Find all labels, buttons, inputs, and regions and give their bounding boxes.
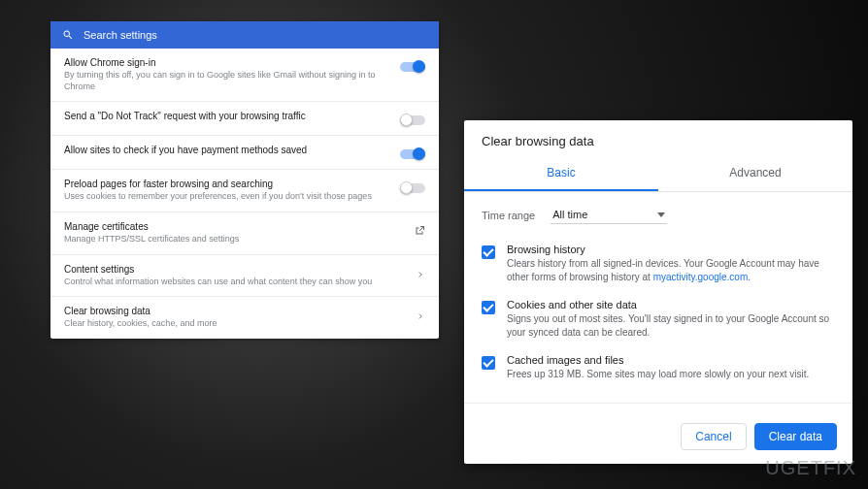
- clear-browsing-data-dialog: Clear browsing data Basic Advanced Time …: [464, 120, 852, 464]
- option-desc: Signs you out of most sites. You'll stay…: [507, 312, 835, 339]
- setting-payment-methods[interactable]: Allow sites to check if you have payment…: [50, 136, 439, 170]
- watermark: UGETFIX: [765, 457, 856, 479]
- search-bar[interactable]: Search settings: [50, 21, 439, 49]
- chevron-down-icon: [657, 212, 665, 217]
- setting-preload-pages[interactable]: Preload pages for faster browsing and se…: [50, 170, 439, 212]
- option-title: Cached images and files: [507, 354, 809, 366]
- setting-title: Send a "Do Not Track" request with your …: [64, 111, 306, 121]
- chevron-right-icon: [416, 311, 425, 321]
- setting-title: Manage certificates: [64, 221, 239, 232]
- toggle-switch[interactable]: [400, 114, 425, 126]
- time-range-row: Time range All time: [464, 192, 852, 232]
- setting-content-settings[interactable]: Content settings Control what informatio…: [50, 255, 439, 298]
- setting-title: Clear browsing data: [64, 306, 217, 316]
- dialog-tabs: Basic Advanced: [464, 156, 852, 192]
- setting-desc: Uses cookies to remember your preference…: [64, 191, 372, 203]
- option-title: Cookies and other site data: [507, 299, 835, 310]
- setting-title: Allow Chrome sign-in: [64, 57, 388, 68]
- cancel-button[interactable]: Cancel: [681, 423, 746, 450]
- setting-desc: Manage HTTPS/SSL certificates and settin…: [64, 234, 239, 245]
- setting-desc: Control what information websites can us…: [64, 277, 372, 288]
- time-range-select[interactable]: All time: [551, 206, 667, 224]
- checkbox[interactable]: [482, 356, 495, 370]
- setting-manage-certificates[interactable]: Manage certificates Manage HTTPS/SSL cer…: [50, 212, 439, 255]
- setting-do-not-track[interactable]: Send a "Do Not Track" request with your …: [50, 102, 439, 136]
- tab-basic[interactable]: Basic: [464, 156, 658, 191]
- clear-data-button[interactable]: Clear data: [754, 423, 837, 450]
- dialog-footer: Cancel Clear data: [464, 403, 852, 464]
- option-cookies[interactable]: Cookies and other site data Signs you ou…: [464, 287, 852, 342]
- myactivity-link[interactable]: myactivity.google.com: [653, 272, 749, 282]
- setting-desc: By turning this off, you can sign in to …: [64, 70, 388, 92]
- option-title: Browsing history: [507, 244, 835, 255]
- option-desc: Clears history from all signed-in device…: [507, 257, 835, 283]
- setting-allow-chrome-signin[interactable]: Allow Chrome sign-in By turning this off…: [50, 49, 439, 102]
- chrome-settings-panel: Search settings Allow Chrome sign-in By …: [50, 21, 439, 339]
- toggle-switch[interactable]: [400, 148, 425, 160]
- option-browsing-history[interactable]: Browsing history Clears history from all…: [464, 232, 852, 287]
- setting-desc: Clear history, cookies, cache, and more: [64, 318, 217, 330]
- chevron-right-icon: [416, 270, 425, 279]
- checkbox[interactable]: [482, 301, 495, 314]
- time-range-label: Time range: [482, 210, 535, 221]
- tab-advanced[interactable]: Advanced: [658, 156, 852, 191]
- external-link-icon: [414, 225, 425, 237]
- option-desc: Frees up 319 MB. Some sites may load mor…: [507, 368, 809, 381]
- toggle-switch[interactable]: [400, 182, 425, 194]
- toggle-switch[interactable]: [400, 61, 425, 73]
- setting-title: Preload pages for faster browsing and se…: [64, 179, 372, 189]
- search-placeholder: Search settings: [83, 29, 157, 41]
- time-range-value: All time: [552, 209, 587, 220]
- dialog-title: Clear browsing data: [464, 120, 852, 156]
- checkbox[interactable]: [482, 245, 495, 259]
- setting-title: Content settings: [64, 264, 372, 275]
- option-cached[interactable]: Cached images and files Frees up 319 MB.…: [464, 342, 852, 385]
- search-icon: [62, 29, 74, 41]
- setting-title: Allow sites to check if you have payment…: [64, 145, 307, 155]
- setting-clear-browsing-data[interactable]: Clear browsing data Clear history, cooki…: [50, 297, 439, 339]
